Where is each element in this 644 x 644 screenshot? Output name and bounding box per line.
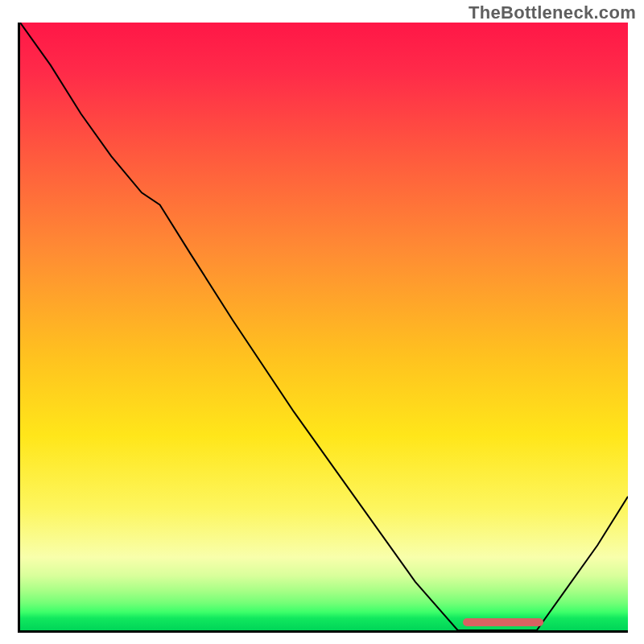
watermark-text: TheBottleneck.com bbox=[469, 2, 636, 23]
optimum-marker bbox=[463, 618, 543, 626]
chart-curve bbox=[20, 23, 628, 630]
plot-area bbox=[18, 23, 628, 633]
bottleneck-curve-path bbox=[20, 23, 628, 630]
